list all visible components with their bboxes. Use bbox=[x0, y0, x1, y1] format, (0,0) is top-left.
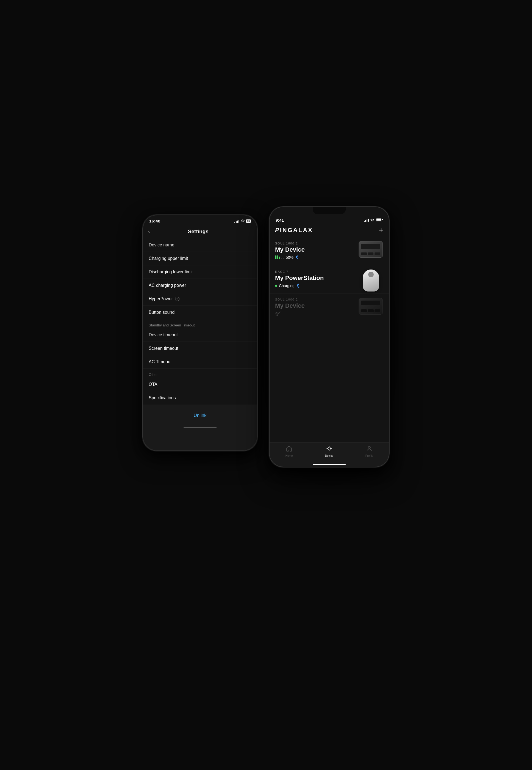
status-bar-front: 9:41 bbox=[269, 214, 389, 224]
scene: 16:48 39 ‹ Settings bbox=[142, 206, 390, 564]
device-image-3 bbox=[359, 298, 383, 317]
device-status-1: 50% bbox=[275, 255, 359, 260]
settings-item-screen-timeout[interactable]: Screen timeout bbox=[143, 342, 257, 355]
battery-bars-1 bbox=[275, 256, 284, 259]
device-list: SOUL 1000-2 My Device 50% bbox=[269, 237, 389, 344]
bluetooth-icon-2 bbox=[296, 283, 300, 289]
wifi-icon-front bbox=[370, 218, 374, 223]
signal-icon bbox=[234, 220, 239, 223]
status-icons-back: 39 bbox=[234, 219, 251, 223]
battery-pct-1: 50% bbox=[286, 255, 293, 260]
device-info-1: SOUL 1000-2 My Device 50% bbox=[275, 242, 359, 260]
front-phone: 9:41 bbox=[269, 206, 390, 467]
bluetooth-icon-1 bbox=[295, 255, 298, 260]
back-phone: 16:48 39 ‹ Settings bbox=[142, 215, 258, 451]
nav-label-device: Device bbox=[325, 454, 334, 457]
nav-item-device[interactable]: Device bbox=[309, 445, 349, 457]
nav-item-home[interactable]: Home bbox=[269, 445, 309, 457]
info-icon: ? bbox=[175, 297, 179, 301]
device-icon bbox=[326, 445, 332, 453]
svg-rect-1 bbox=[382, 219, 383, 220]
battery-icon-back: 39 bbox=[246, 220, 251, 223]
notch bbox=[313, 207, 346, 214]
device-info-2: RACE 7 My PowerStation Charging bbox=[275, 270, 359, 289]
device-name-2: My PowerStation bbox=[275, 275, 359, 282]
battery-icon-front bbox=[376, 218, 383, 223]
profile-icon bbox=[366, 445, 372, 453]
offline-icon-3 bbox=[275, 311, 281, 317]
bottom-nav: Home Device Profile bbox=[269, 442, 389, 467]
settings-item-device-name[interactable]: Device name bbox=[143, 239, 257, 252]
charging-text-2: Charging bbox=[279, 284, 295, 288]
status-bar-back: 16:48 39 bbox=[143, 215, 257, 226]
settings-header: ‹ Settings bbox=[143, 226, 257, 239]
settings-title: Settings bbox=[153, 229, 243, 235]
settings-item-hyper-power[interactable]: HyperPower ? bbox=[143, 292, 257, 306]
home-indicator-front bbox=[313, 464, 346, 465]
app-header: PPINGALAXINGALAX + bbox=[269, 224, 389, 237]
section-other: Other bbox=[143, 369, 257, 378]
back-button[interactable]: ‹ bbox=[148, 228, 150, 235]
settings-item-ac-charging-power[interactable]: AC charging power bbox=[143, 279, 257, 292]
settings-item-charging-upper-limit[interactable]: Charging upper limit bbox=[143, 252, 257, 265]
settings-item-device-timeout[interactable]: Device timeout bbox=[143, 328, 257, 342]
nav-label-home: Home bbox=[286, 454, 293, 457]
device-info-3: SOUL 1000-2 My Device bbox=[275, 298, 359, 317]
home-indicator-back bbox=[184, 427, 217, 428]
signal-icon-front bbox=[364, 218, 369, 222]
settings-list: Device name Charging upper limit Dischar… bbox=[143, 239, 257, 405]
device-model-1: SOUL 1000-2 bbox=[275, 242, 359, 245]
svg-point-4 bbox=[328, 447, 331, 450]
pingalax-logo: PPINGALAXINGALAX bbox=[275, 227, 313, 234]
status-right-icons bbox=[364, 218, 383, 223]
settings-item-button-sound[interactable]: Button sound bbox=[143, 306, 257, 319]
unlink-button[interactable]: Unlink bbox=[143, 407, 257, 424]
device-model-3: SOUL 1000-2 bbox=[275, 298, 359, 301]
wifi-icon bbox=[241, 219, 245, 223]
device-card-2[interactable]: RACE 7 My PowerStation Charging bbox=[269, 265, 389, 294]
charging-dot-2 bbox=[275, 285, 277, 287]
device-box-visual-3 bbox=[359, 298, 383, 315]
add-device-button[interactable]: + bbox=[379, 226, 383, 234]
device-name-3: My Device bbox=[275, 302, 359, 309]
device-name-1: My Device bbox=[275, 246, 359, 253]
device-cylinder-visual-2 bbox=[363, 270, 379, 292]
nav-item-profile[interactable]: Profile bbox=[349, 445, 389, 457]
status-time-front: 9:41 bbox=[276, 218, 284, 223]
hyper-power-label: HyperPower bbox=[149, 297, 173, 301]
volume-button-left bbox=[269, 253, 269, 270]
nav-label-profile: Profile bbox=[365, 454, 373, 457]
power-button-right bbox=[389, 267, 390, 289]
device-image-1 bbox=[359, 241, 383, 261]
status-time-back: 16:48 bbox=[149, 219, 160, 223]
device-model-2: RACE 7 bbox=[275, 270, 359, 273]
device-image-2 bbox=[359, 270, 383, 289]
settings-item-ac-timeout[interactable]: AC Timeout bbox=[143, 355, 257, 369]
device-box-visual-1 bbox=[359, 241, 383, 258]
device-status-3 bbox=[275, 311, 359, 317]
settings-item-specifications[interactable]: Specifications bbox=[143, 391, 257, 405]
section-standby: Standby and Screen Timeout bbox=[143, 319, 257, 328]
svg-point-5 bbox=[368, 446, 370, 448]
svg-rect-2 bbox=[376, 219, 381, 221]
device-card-1[interactable]: SOUL 1000-2 My Device 50% bbox=[269, 237, 389, 265]
device-card-3[interactable]: SOUL 1000-2 My Device bbox=[269, 294, 389, 322]
home-icon bbox=[286, 445, 292, 453]
settings-item-discharging-lower-limit[interactable]: Discharging lower limit bbox=[143, 265, 257, 279]
device-status-2: Charging bbox=[275, 283, 359, 289]
settings-item-ota[interactable]: OTA bbox=[143, 378, 257, 391]
